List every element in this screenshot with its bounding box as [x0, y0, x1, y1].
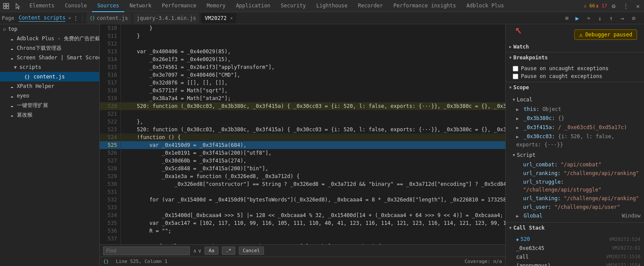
line-code[interactable]: _0xa1e3a = function (_0x326ed8, _0x3a712… [120, 172, 505, 180]
sidebar-item-scripts[interactable]: ▼ scripts [0, 62, 99, 72]
scope-url-tanking[interactable]: url_tanking: "/challenge/api/ranking" [506, 194, 644, 203]
tab-sources[interactable]: Sources [92, 0, 124, 12]
line-code[interactable] [120, 204, 505, 211]
tab-elements[interactable]: Elements [24, 0, 60, 12]
deactivate-btn[interactable]: ⊘ [628, 13, 639, 23]
content-scripts-tab[interactable]: Content scripts [19, 15, 65, 22]
line-code[interactable]: // for (let _0x50726b = 0; _0x50726b < _… [120, 243, 505, 244]
warnings-icon[interactable]: ⚠ 66 [583, 0, 595, 12]
line-code[interactable]: !function () { [120, 133, 505, 141]
breakpoints-header[interactable]: ▼ Breakpoints [506, 52, 644, 63]
sidebar-item-tampermonkey[interactable]: ☁ 篡改猴 [0, 110, 99, 120]
tab-console[interactable]: Console [60, 0, 92, 12]
scope-url-ranking[interactable]: url_ranking: "/challenge/api/ranking" [506, 169, 644, 178]
find-next-btn[interactable]: ∨ [198, 248, 201, 254]
line-code[interactable]: var _0x4150d9 = _0x3f415a(684), [120, 141, 505, 149]
line-code[interactable] [120, 235, 505, 243]
scope-header[interactable]: ▼ Scope [506, 82, 644, 93]
line-code[interactable] [120, 188, 505, 196]
call-stack-xe63c45-1[interactable]: _0xe63c45 VM20272:61 [506, 244, 644, 253]
scope-30cc03[interactable]: ▶ _0x30cc03: {i: 520, l: false, exports:… [506, 132, 644, 149]
call-stack-520[interactable]: ◆520 VM20272:524 [506, 235, 644, 244]
sidebar-item-top[interactable]: ▷ top [0, 24, 99, 34]
line-code[interactable] [120, 40, 505, 48]
local-header[interactable]: ▼ Local [506, 94, 644, 105]
tab-security[interactable]: Security [276, 0, 311, 12]
sidebar-item-eyeo[interactable]: ☁ eyeo [0, 91, 99, 101]
devtools-icon[interactable] [0, 0, 12, 12]
sidebar-item-xpath[interactable]: ☁ XPath Helper [0, 81, 99, 91]
sidebar-item-content-js[interactable]: {} content.js [0, 72, 99, 81]
tab-memory[interactable]: Memory [202, 0, 231, 12]
file-tab-content-js[interactable]: {} content.js [86, 13, 131, 23]
find-input[interactable] [103, 247, 190, 255]
line-code[interactable]: } [120, 24, 505, 32]
line-code[interactable]: var _0x5ac147 = [102, 117, 110, 99, 116,… [120, 219, 505, 227]
tab-application[interactable]: Application [231, 0, 275, 12]
sidebar-item-screen-shader[interactable]: ☁ Screen Shader | Smart Screen [0, 53, 99, 62]
line-code[interactable]: _0x5cd848 = _0x3f415a(200)["bin"], [120, 165, 505, 172]
line-code[interactable]: 520: function (_0x30cc03, _0x3b380c, _0x… [120, 126, 505, 133]
add-tab-btn[interactable]: ⋮ [73, 15, 79, 22]
scope-url-combat[interactable]: url_combat: "/api/combat" [506, 160, 644, 169]
sidebar-item-chrono[interactable]: ☁ Chrono下载管理器 [0, 43, 99, 53]
step-btn[interactable]: → [617, 13, 628, 23]
line-code[interactable]: _0x32d8f6 = [[], [], []], [120, 79, 505, 87]
line-code[interactable]: var _0x400406 = _0x4e0029(85), [120, 48, 505, 55]
tab-network[interactable]: Network [124, 0, 157, 12]
line-code[interactable]: _0x1e0191 = _0x3f415a(200)["utf8"], [120, 149, 505, 157]
pause-uncaught-checkbox[interactable] [513, 66, 518, 71]
scope-3f415a[interactable]: ▶ _0x3f415a: / _0xe63cd5(_0xd5a17c) [506, 123, 644, 132]
sidebar-item-ext-manager[interactable]: ☁ 一键管理扩展 [0, 101, 99, 110]
cursor-icon[interactable] [12, 0, 24, 12]
find-cancel-btn[interactable]: Cancel [239, 247, 264, 255]
file-tab-jquery[interactable]: jquery-3.4.1.min.js [133, 13, 199, 23]
line-code[interactable]: _0x26e1f3 = _0x4e0029(15), [120, 55, 505, 63]
scope-global[interactable]: ▶ Global Window [506, 211, 644, 221]
tab-recorder[interactable]: Recorder [353, 0, 388, 12]
settings-icon[interactable]: ⚙ [608, 0, 620, 12]
errors-icon[interactable]: ▮ 17 [595, 0, 608, 12]
resume-btn[interactable]: ▶ [572, 13, 582, 23]
line-code[interactable]: _0x15400d[_0xbcaaa4 >>> 5] |= 128 << _0x… [120, 211, 505, 219]
call-stack-call[interactable]: call VM20272:1510 [506, 253, 644, 261]
step-out-btn[interactable]: ↑ [606, 13, 616, 23]
find-prev-btn[interactable]: ∧ [193, 248, 196, 254]
scope-url-user[interactable]: url_user: "/challenge/api/user" [506, 203, 644, 211]
script-header[interactable]: ▼ Script [506, 150, 644, 160]
scope-this[interactable]: ▶ this: Object [506, 105, 644, 114]
line-code[interactable]: 520: function (_0x30cc03, _0x3b380c, _0x… [120, 102, 505, 110]
file-tab-close-vm20272[interactable]: ✕ [230, 16, 233, 20]
tab-performance[interactable]: Performance [157, 0, 202, 12]
tab-performance-insights[interactable]: Performance insights [388, 0, 462, 12]
regex-btn[interactable]: .* [222, 247, 235, 255]
match-case-btn[interactable]: Aa [205, 247, 218, 255]
more-tabs-btn[interactable]: » [68, 15, 71, 21]
line-code[interactable]: _0x3e7097 = _0x400406["CMD"], [120, 71, 505, 79]
call-stack-anon-1[interactable]: (anonymous) VM20272:1554 [506, 261, 644, 266]
line-code[interactable]: _0x30d60b = _0x3f415a(274), [120, 157, 505, 165]
step-into-btn[interactable]: ↓ [595, 13, 605, 23]
line-code[interactable]: R = ""; [120, 227, 505, 235]
scope-url-struggle[interactable]: url_struggle: "/challenge/api/struggle" [506, 178, 644, 194]
collapse-panel-btn[interactable]: ⊞ [563, 14, 571, 23]
tab-lighthouse[interactable]: Lighthouse [311, 0, 353, 12]
step-over-btn[interactable]: ↷ [583, 13, 594, 23]
pause-caught-checkbox[interactable] [513, 74, 518, 79]
line-code[interactable]: }, [120, 118, 505, 126]
code-content[interactable]: 510 }511 }512513 var _0x400406 = _0x4e00… [100, 24, 505, 244]
sidebar-item-adblock[interactable]: ☁ Adblock Plus - 免费的广告拦截... [0, 34, 99, 43]
line-code[interactable]: } [120, 32, 505, 40]
line-code[interactable] [120, 110, 505, 118]
file-tab-vm20272[interactable]: VM20272 ✕ [201, 13, 236, 23]
more-icon[interactable]: ⋮ [620, 0, 632, 12]
close-icon[interactable]: ✕ [632, 0, 644, 12]
line-code[interactable]: _0x326ed8["constructor"] == String ? _0x… [120, 180, 505, 188]
call-stack-header[interactable]: ▼ Call Stack [506, 223, 644, 233]
line-code[interactable]: _0x574561 = _0x26e1f3["applyTransform"], [120, 63, 505, 71]
line-code[interactable]: _0x57713f = Math["sqrt"], [120, 87, 505, 94]
line-code[interactable]: for (var _0x15400d = _0x4150d9["bytesToW… [120, 196, 505, 204]
tab-adblock[interactable]: Adblock Plus [461, 0, 509, 12]
watch-header[interactable]: ▶ Watch [506, 42, 644, 52]
scope-3b380c[interactable]: ▶ _0x3b380c: {} [506, 114, 644, 123]
